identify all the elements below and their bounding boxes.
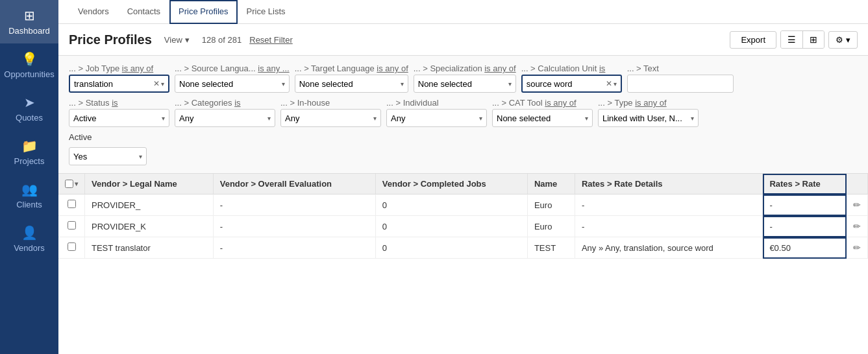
cell-rates-rate: -: [763, 216, 847, 237]
filter-calc-unit-select[interactable]: source word ✕ ▾: [521, 75, 622, 93]
filter-cat-tool-select[interactable]: None selected ▾: [492, 109, 593, 127]
filter-inhouse-value: Any: [285, 113, 372, 123]
filter-status-value: Active: [73, 113, 160, 123]
view-toggle: ☰ ⊞: [780, 30, 825, 49]
filter-area: ... > Job Type is any of translation ✕ ▾…: [58, 56, 868, 174]
tab-price-lists[interactable]: Price Lists: [238, 0, 295, 24]
chevron-down-icon: ▾: [846, 35, 850, 45]
tab-price-profiles[interactable]: Price Profiles: [169, 0, 238, 24]
filter-target-language: ... > Target Language is any of None sel…: [295, 64, 408, 93]
filter-job-type-select[interactable]: translation ✕ ▾: [69, 75, 169, 93]
filter-job-type-value: translation: [74, 79, 152, 89]
filter-categories-select[interactable]: Any ▾: [175, 109, 275, 127]
filter-spec-select[interactable]: None selected ▾: [414, 75, 516, 93]
settings-button[interactable]: ⚙ ▾: [828, 31, 858, 49]
filter-text-label: ... > Text: [627, 64, 734, 73]
sidebar-item-label: Projects: [14, 156, 45, 166]
th-rates-rate: Rates > Rate: [763, 174, 847, 195]
filter-target-lang-select[interactable]: None selected ▾: [295, 75, 408, 93]
cell-name: Euro: [527, 195, 575, 216]
table-header-row: ▾ Vendor > Legal Name Vendor > Overall E…: [58, 174, 868, 195]
filter-categories-label: ... > Categories is: [175, 98, 275, 108]
filter-cat-tool-value: None selected: [497, 113, 584, 123]
view-dropdown[interactable]: View ▾: [160, 32, 194, 47]
sidebar-item-opportunities[interactable]: 💡 Opportunities: [0, 43, 58, 87]
filter-calc-unit-label: ... > Calculation Unit is: [521, 64, 622, 73]
filter-active-value: Yes: [73, 152, 138, 161]
cell-action: ✏: [847, 237, 868, 259]
filter-type-value: Linked with User, N...: [602, 113, 689, 123]
cell-vendor-legal-name: PROVIDER_K: [85, 216, 214, 237]
cell-vendor-completed-jobs: 0: [375, 216, 527, 237]
export-button[interactable]: Export: [730, 31, 776, 49]
cell-rates-rate-details: -: [575, 216, 763, 237]
row-checkbox-cell: [58, 237, 85, 259]
chevron-down-icon: ▾: [282, 80, 285, 88]
filter-type-label: ... > Type is any of: [598, 98, 699, 108]
sidebar-item-clients[interactable]: 👥 Clients: [0, 174, 58, 217]
cell-vendor-legal-name: TEST translator: [85, 237, 214, 259]
filter-calc-unit-value: source word: [527, 79, 604, 89]
select-all-checkbox[interactable]: [65, 180, 73, 188]
row-checkbox[interactable]: [68, 242, 76, 251]
row-checkbox[interactable]: [68, 200, 76, 208]
chevron-down-icon: ▾: [614, 80, 617, 88]
filter-spec-value: None selected: [418, 79, 507, 89]
filter-status: ... > Status is Active ▾: [69, 98, 169, 127]
table-area: ▾ Vendor > Legal Name Vendor > Overall E…: [58, 174, 868, 354]
page-title: Price Profiles: [69, 32, 152, 47]
filter-text-input[interactable]: [627, 75, 734, 93]
filter-active-select[interactable]: Yes ▾: [69, 147, 147, 165]
filter-source-lang-value: None selected: [179, 79, 280, 89]
reset-filter-link[interactable]: Reset Filter: [249, 35, 292, 45]
filter-job-type-clear[interactable]: ✕: [153, 79, 160, 88]
th-checkbox: ▾: [58, 174, 85, 195]
filter-target-lang-value: None selected: [299, 79, 399, 89]
filter-source-language: ... > Source Langua... is any ... None s…: [175, 64, 290, 93]
chevron-down-icon: ▾: [139, 153, 142, 160]
cell-name: TEST: [527, 237, 575, 259]
sidebar-item-label: Opportunities: [4, 69, 54, 79]
row-checkbox[interactable]: [68, 221, 76, 230]
edit-icon[interactable]: ✏: [853, 200, 861, 210]
opportunities-icon: 💡: [21, 51, 38, 67]
tab-vendors[interactable]: Vendors: [69, 0, 118, 24]
sidebar-item-label: Dashboard: [8, 26, 50, 36]
chevron-down-icon[interactable]: ▾: [75, 180, 78, 187]
filter-text: ... > Text: [627, 64, 734, 93]
filter-source-lang-select[interactable]: None selected ▾: [175, 75, 290, 93]
sidebar-item-quotes[interactable]: ➤ Quotes: [0, 87, 58, 130]
sidebar-item-projects[interactable]: 📁 Projects: [0, 130, 58, 174]
filter-type-select[interactable]: Linked with User, N... ▾: [598, 109, 699, 127]
th-name: Name: [527, 174, 575, 195]
filter-row-1: ... > Job Type is any of translation ✕ ▾…: [69, 64, 858, 93]
filter-inhouse-select[interactable]: Any ▾: [280, 109, 381, 127]
th-vendor-legal-name: Vendor > Legal Name: [85, 174, 214, 195]
chevron-down-icon: ▾: [401, 80, 404, 88]
clients-icon: 👥: [21, 182, 38, 197]
data-table: ▾ Vendor > Legal Name Vendor > Overall E…: [58, 174, 868, 259]
chevron-down-icon: ▾: [508, 80, 512, 88]
grid-view-button[interactable]: ⊞: [803, 31, 824, 48]
filter-individual-select[interactable]: Any ▾: [386, 109, 487, 127]
tab-contacts[interactable]: Contacts: [118, 0, 169, 24]
top-nav: Vendors Contacts Price Profiles Price Li…: [58, 0, 868, 24]
list-view-button[interactable]: ☰: [781, 31, 803, 48]
edit-icon[interactable]: ✏: [853, 221, 861, 231]
sidebar-item-dashboard[interactable]: ⊞ Dashboard: [0, 0, 58, 43]
cell-vendor-legal-name: PROVIDER_: [85, 195, 214, 216]
table-body: PROVIDER_-0Euro--✏PROVIDER_K-0Euro--✏TES…: [58, 195, 868, 259]
active-label: Active: [69, 132, 858, 142]
filter-individual-value: Any: [391, 113, 478, 123]
th-action: [847, 174, 868, 195]
header-bar: Price Profiles View ▾ 128 of 281 Reset F…: [58, 24, 868, 56]
th-vendor-completed-jobs: Vendor > Completed Jobs: [375, 174, 527, 195]
filter-calc-unit-clear[interactable]: ✕: [606, 79, 612, 88]
edit-icon[interactable]: ✏: [853, 242, 861, 253]
sidebar: ⊞ Dashboard 💡 Opportunities ➤ Quotes 📁 P…: [0, 0, 58, 354]
sidebar-item-vendors[interactable]: 👤 Vendors: [0, 217, 58, 261]
filter-row-2: ... > Status is Active ▾ ... > Categorie…: [69, 98, 858, 127]
filter-status-select[interactable]: Active ▾: [69, 109, 169, 127]
gear-icon: ⚙: [836, 35, 843, 45]
cell-vendor-overall-eval: -: [213, 216, 375, 237]
